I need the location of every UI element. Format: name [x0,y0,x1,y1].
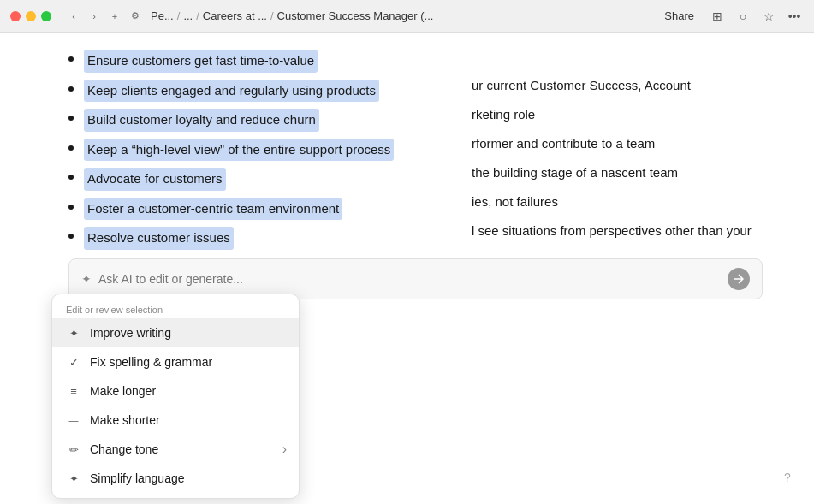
close-button[interactable] [10,11,21,21]
breadcrumb-item-2[interactable]: ... [183,9,193,22]
add-button[interactable]: + [106,8,123,25]
nav-controls: ‹ › + ⚙ [65,8,144,25]
right-text-line-3: rformer and contribute to a team [472,133,788,154]
breadcrumb-sep-3: / [270,9,274,22]
bullet-text[interactable]: Keep a “high-level view” of the entire s… [84,139,394,162]
ai-input[interactable] [98,272,721,286]
lines-icon [66,383,81,399]
breadcrumb-sep-2: / [196,9,199,22]
bullet-text[interactable]: Advocate for customers [84,168,226,191]
bullet-dot [68,116,74,121]
dropdown-item-label: Fix spelling & grammar [90,355,212,369]
breadcrumb-item-4[interactable]: Customer Success Manager (... [277,9,434,22]
share-button[interactable]: Share [657,8,701,24]
right-text-line-2: rketing role [472,104,788,125]
minimize-button[interactable] [26,11,36,21]
dropdown-item-label: Simplify language [90,471,185,485]
main-content: Ensure customers get fast time-to-value … [0,33,814,504]
view-icon[interactable]: ⊞ [708,7,727,26]
right-text-line-5: ies, not failures [472,192,788,212]
ai-dropdown-menu: Edit or review selection Improve writing… [51,294,300,499]
dropdown-item-shorter[interactable]: Make shorter [52,406,299,435]
titlebar: ‹ › + ⚙ Pe... / ... / Careers at ... / C… [0,0,814,33]
pen-icon [66,442,81,457]
dropdown-item-label: Change tone [90,442,158,456]
back-button[interactable]: ‹ [65,8,82,25]
forward-button[interactable]: › [86,8,103,25]
breadcrumb-sep-1: / [177,9,181,22]
bullet-dot [68,145,74,151]
simplify-icon [66,471,81,486]
right-text-line-1: ur current Customer Success, Account [472,75,788,96]
send-icon [734,274,744,284]
bullet-dot [68,205,74,210]
breadcrumb: Pe... / ... / Careers at ... / Customer … [151,9,651,22]
bullet-text[interactable]: Keep clients engaged and regularly using… [84,80,379,103]
dropdown-item-longer[interactable]: Make longer [52,377,299,406]
check-icon [66,354,81,370]
dropdown-item-spelling[interactable]: Fix spelling & grammar [52,347,299,377]
ai-sparkle-icon: ✦ [81,272,92,286]
dropdown-item-simplify[interactable]: Simplify language [52,464,299,493]
star-icon[interactable]: ☆ [759,7,778,26]
bullet-text[interactable]: Resolve customer issues [84,227,234,250]
ai-submit-button[interactable] [728,268,750,290]
dropdown-item-label: Improve writing [90,326,171,340]
dropdown-item-label: Make longer [90,384,156,398]
dropdown-section-label: Edit or review selection [52,299,299,318]
traffic-lights [10,11,51,21]
breadcrumb-item-1[interactable]: Pe... [151,9,174,22]
maximize-button[interactable] [41,11,51,21]
chevron-right-icon [282,442,287,457]
breadcrumb-item-3[interactable]: Careers at ... [203,9,267,22]
bullet-text[interactable]: Foster a customer-centric team environme… [84,198,342,221]
dash-icon [66,412,81,428]
bullet-dot [68,56,74,62]
search-icon[interactable]: ○ [734,7,752,26]
settings-icon[interactable]: ⚙ [127,8,144,25]
right-text-line-6: l see situations from perspectives other… [472,221,788,241]
right-content: ur current Customer Success, Account rke… [472,75,788,250]
sparkle-icon [66,325,81,341]
bullet-text[interactable]: Ensure customers get fast time-to-value [84,50,318,73]
bullet-text[interactable]: Build customer loyalty and reduce churn [84,109,319,132]
dropdown-item-label: Make shorter [90,413,160,427]
bullet-dot [68,234,74,239]
help-button[interactable]: ? [778,468,797,487]
bullet-dot [68,175,74,180]
bullet-dot [68,86,74,92]
list-item: Ensure customers get fast time-to-value [68,50,763,73]
dropdown-item-improve[interactable]: Improve writing [52,318,299,347]
right-text-line-4: the building stage of a nascent team [472,163,788,183]
dropdown-item-tone[interactable]: Change tone [52,435,299,464]
more-icon[interactable]: ••• [785,7,804,26]
titlebar-actions: Share ⊞ ○ ☆ ••• [657,7,804,26]
